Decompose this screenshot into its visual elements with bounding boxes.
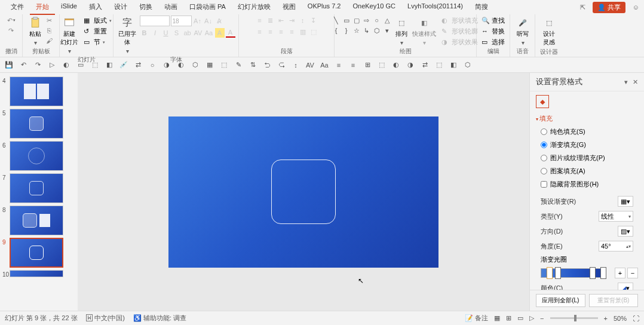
- qat-save-icon[interactable]: 💾: [4, 60, 14, 70]
- thumb-4[interactable]: [10, 76, 63, 106]
- bullets-icon[interactable]: ≡: [255, 16, 265, 25]
- solid-fill-radio[interactable]: 纯色填充(S): [536, 127, 638, 137]
- numbering-icon[interactable]: ≣: [266, 16, 275, 25]
- slide-thumbnails[interactable]: 4 5 6 7 8 9 10: [0, 73, 78, 311]
- qat-play-icon[interactable]: ▷: [47, 60, 57, 70]
- gradient-type-dropdown[interactable]: 线性▾: [599, 211, 633, 222]
- font-name-input[interactable]: [140, 16, 170, 26]
- qat-i20[interactable]: ≡: [348, 60, 358, 70]
- tab-home[interactable]: 开始: [30, 0, 55, 15]
- fit-window-icon[interactable]: ⛶: [633, 315, 639, 322]
- remove-stop-icon[interactable]: −: [627, 268, 638, 278]
- reset-bg-button[interactable]: 重置背景(B): [589, 294, 639, 307]
- thumb-5[interactable]: [10, 109, 63, 139]
- thumb-9[interactable]: [10, 238, 63, 268]
- bold-button[interactable]: B: [140, 28, 149, 38]
- notes-button[interactable]: 📝 备注: [465, 314, 488, 323]
- find-button[interactable]: 🔍查找: [480, 16, 507, 26]
- redo-button[interactable]: ↷: [7, 26, 16, 35]
- shape-lbrace-icon[interactable]: {: [332, 26, 341, 35]
- thumb-6[interactable]: [10, 141, 63, 171]
- zoom-in-icon[interactable]: +: [604, 315, 608, 322]
- tab-pa[interactable]: 口袋动画 PA: [183, 0, 232, 15]
- current-slide[interactable]: [168, 116, 438, 268]
- gradient-stops-bar[interactable]: [541, 268, 606, 278]
- smartart-icon[interactable]: ⬚: [309, 27, 318, 36]
- shape-rect-icon[interactable]: ▭: [342, 16, 351, 25]
- tab-file[interactable]: 文件: [5, 0, 30, 15]
- case-icon[interactable]: Aa: [204, 28, 214, 38]
- replace-button[interactable]: ↔替换: [480, 26, 507, 36]
- copy-icon[interactable]: ⎘: [45, 26, 54, 35]
- select-button[interactable]: ▭选择: [480, 37, 507, 47]
- picture-fill-radio[interactable]: 图片或纹理填充(P): [536, 153, 638, 163]
- angle-input[interactable]: 45°▴▾: [599, 241, 633, 252]
- underline-button[interactable]: U: [161, 28, 171, 38]
- zoom-level[interactable]: 50%: [614, 315, 627, 322]
- shape-tri-icon[interactable]: △: [382, 16, 392, 25]
- qat-i18[interactable]: Aa: [319, 60, 330, 70]
- tab-design[interactable]: 设计: [108, 0, 133, 15]
- paste-button[interactable]: 粘贴▾: [28, 16, 42, 47]
- design-ideas-button[interactable]: ⬚设计 灵感: [542, 16, 556, 48]
- quick-styles-button[interactable]: ◧快速样式▾: [411, 16, 437, 47]
- zoom-slider[interactable]: [550, 317, 598, 319]
- qat-i21[interactable]: ⊞: [362, 60, 373, 70]
- shape-star-icon[interactable]: ☆: [352, 26, 361, 35]
- thumb-7[interactable]: [10, 173, 63, 203]
- tab-slideshow[interactable]: 幻灯片放映: [232, 0, 277, 15]
- arrange-button[interactable]: ⬚排列▾: [394, 16, 409, 47]
- color-dropdown[interactable]: ◢▾: [618, 283, 633, 290]
- normal-view-icon[interactable]: ▦: [494, 314, 500, 322]
- qat-i15[interactable]: ⮎: [276, 60, 287, 70]
- indent-dec-icon[interactable]: ⇤: [277, 16, 286, 25]
- panel-dropdown-icon[interactable]: ▾: [624, 78, 628, 86]
- qat-i22[interactable]: ⬚: [376, 60, 387, 70]
- line-spacing-icon[interactable]: ↕: [298, 16, 308, 25]
- qat-i25[interactable]: ⇄: [419, 60, 430, 70]
- tab-transition[interactable]: 切换: [133, 0, 158, 15]
- shape-fill-button[interactable]: ◐形状填充: [440, 16, 480, 26]
- italic-button[interactable]: I: [151, 28, 160, 38]
- format-painter-icon[interactable]: 🖌: [45, 36, 54, 45]
- tab-onekey[interactable]: OneKey10 GC: [346, 0, 401, 15]
- shape-effects-button[interactable]: ◑形状效果: [440, 37, 480, 47]
- slide-canvas[interactable]: ↖: [78, 73, 529, 311]
- qat-i26[interactable]: ⬚: [434, 60, 444, 70]
- reset-button[interactable]: ↺重置: [82, 26, 114, 36]
- rounded-rect-shape[interactable]: [271, 160, 336, 224]
- share-button[interactable]: 👤共享: [593, 2, 625, 13]
- shapes-gallery[interactable]: ╲▭▢⇨○△ {}☆↳⬡▾: [332, 16, 392, 35]
- gradient-fill-radio[interactable]: 渐变填充(G): [536, 140, 638, 150]
- shadow-icon[interactable]: ab: [183, 28, 192, 38]
- section-button[interactable]: ▭节▾: [82, 37, 114, 47]
- tab-islide[interactable]: iSlide: [55, 0, 83, 15]
- justify-icon[interactable]: ≡: [287, 27, 297, 36]
- align-right-icon[interactable]: ≡: [277, 27, 286, 36]
- cut-icon[interactable]: ✂: [45, 16, 54, 25]
- qat-i27[interactable]: ◧: [448, 60, 459, 70]
- qat-i19[interactable]: ≡: [333, 60, 344, 70]
- shape-oval-icon[interactable]: ○: [372, 16, 382, 25]
- shape-rbrace-icon[interactable]: }: [342, 26, 351, 35]
- shape-more2-icon[interactable]: ▾: [382, 26, 392, 35]
- qat-i17[interactable]: AV: [305, 60, 315, 70]
- indent-inc-icon[interactable]: ⇥: [287, 16, 297, 25]
- shape-connector-icon[interactable]: ↳: [362, 26, 372, 35]
- new-slide-button[interactable]: 新建 幻灯片▾: [59, 16, 79, 56]
- add-stop-icon[interactable]: +: [615, 268, 625, 278]
- smiley-icon[interactable]: ☺: [633, 4, 639, 11]
- tab-okplus[interactable]: OKPlus 7.2: [302, 0, 347, 15]
- qat-i28[interactable]: ⬡: [462, 60, 473, 70]
- accessibility-status[interactable]: ♿ 辅助功能: 调查: [133, 314, 186, 323]
- font-color-icon[interactable]: A: [226, 28, 235, 38]
- ribbon-options-icon[interactable]: ⇱: [580, 4, 585, 11]
- fill-category-icon[interactable]: ◆: [536, 95, 549, 108]
- pattern-fill-radio[interactable]: 图案填充(A): [536, 166, 638, 176]
- tab-jiansou[interactable]: 简搜: [469, 0, 494, 15]
- thumb-10[interactable]: [10, 270, 63, 277]
- qat-i16[interactable]: ↕: [290, 60, 301, 70]
- shrink-font-icon[interactable]: A↓: [204, 16, 213, 26]
- slideshow-view-icon[interactable]: ▷: [529, 314, 534, 322]
- zoom-out-icon[interactable]: −: [540, 315, 544, 322]
